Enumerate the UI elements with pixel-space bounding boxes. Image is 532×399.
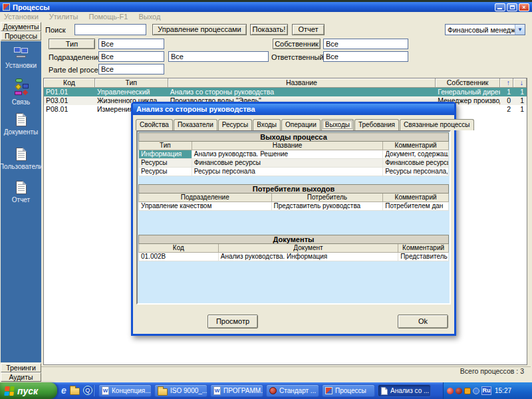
language-indicator[interactable]: Ru	[481, 386, 491, 395]
dialog-content-panel: Выходы процесса Тип Название Комментарий…	[136, 130, 451, 305]
dialog-title: Анализ со стороны руководства	[136, 105, 255, 113]
window-titlebar: Процессы ×	[0, 2, 532, 12]
system-tray: Ru 15:27	[443, 382, 532, 399]
task-button-programm[interactable]: W ПРОГРАММ...	[210, 384, 263, 397]
sort-up-icon[interactable]: ↑	[500, 78, 513, 88]
search-label: Поиск	[45, 26, 65, 34]
report-button[interactable]: Отчет	[292, 24, 325, 35]
sort-down-icon[interactable]: ↓	[513, 78, 527, 88]
start-button[interactable]: пуск	[0, 382, 57, 399]
sidebar-item-label: Установки	[5, 62, 37, 69]
windows-logo-icon	[4, 386, 14, 396]
sidebar-item-report[interactable]: Отчет	[1, 181, 41, 203]
desktop-screen: Процессы × УстановкиУтилитыПомощь-F1Выхо…	[0, 0, 532, 399]
sidebar-tab-trainings[interactable]: Тренинги	[1, 363, 41, 372]
sidebar-tab-documents[interactable]: Документы	[1, 22, 41, 31]
word-doc-icon: W	[102, 386, 109, 395]
dialog-tab[interactable]: Операции	[281, 119, 321, 130]
type-filter-button[interactable]: Тип	[49, 39, 95, 49]
list-item[interactable]: Ресурсы Ресурсы персонала Ресурсы персон…	[138, 168, 449, 176]
task-button-processy[interactable]: Процессы	[322, 384, 375, 397]
menu-item[interactable]: Выход	[138, 13, 160, 21]
dialog-tab[interactable]: Выходы	[321, 119, 354, 130]
outputs-section-header: Выходы процесса	[138, 132, 449, 142]
sidebar-item-users[interactable]: Пользователи	[1, 148, 41, 170]
dialog-titlebar: Анализ со стороны руководства	[133, 104, 454, 115]
list-item[interactable]: Информация Анализ руководства. Решение Д…	[138, 150, 449, 159]
internet-explorer-icon[interactable]: e	[61, 385, 66, 396]
start-button-label: пуск	[17, 386, 38, 396]
taskbar-separator	[93, 385, 94, 396]
dialog-tab[interactable]: Свойства	[136, 119, 173, 130]
type-filter-input[interactable]	[98, 39, 164, 49]
standard-app-icon	[269, 387, 277, 394]
window-title: Процессы	[13, 3, 50, 11]
folder-icon[interactable]	[70, 388, 80, 395]
documents-section-header: Документы	[138, 235, 449, 244]
col-header-code[interactable]: Код	[44, 78, 95, 88]
menu-item[interactable]: Утилиты	[49, 13, 78, 21]
task-button-standart[interactable]: Стандарт ...	[266, 384, 319, 397]
list-item[interactable]: Ресурсы Финансовые ресурсы Финансовые ре…	[138, 159, 449, 168]
sidebar-item-documents[interactable]: Документы	[1, 113, 41, 136]
department-label: Подразделение	[49, 53, 102, 61]
dialog-tab[interactable]: Ресурсы	[218, 119, 252, 130]
tray-red-icon[interactable]	[447, 388, 454, 394]
table-row[interactable]: P01.01 Управленческий Анализ со стороны …	[44, 88, 527, 96]
consumers-section-header: Потребители выходов	[138, 184, 449, 194]
parte-del-processo-input[interactable]	[98, 64, 164, 74]
chevron-down-icon[interactable]: ▼	[515, 25, 525, 35]
role-select[interactable]: Финансовый менеджер ▼	[445, 24, 525, 35]
consumers-columns: Подразделение Потребитель Комментарий	[138, 194, 449, 202]
outputs-col-comment: Комментарий	[383, 142, 449, 150]
sidebar-tab-processes[interactable]: Процессы	[1, 31, 41, 41]
restore-button[interactable]	[507, 3, 517, 11]
dialog-tab[interactable]: Связанные процессы	[400, 119, 473, 130]
list-item[interactable]: Управление качеством Представитель руков…	[138, 202, 449, 211]
role-select-value: Финансовый менеджер	[446, 26, 515, 34]
owner-filter-input[interactable]	[323, 39, 408, 49]
outputs-rows: Информация Анализ руководства. Решение Д…	[138, 150, 449, 176]
menu-item[interactable]: Установки	[4, 13, 39, 21]
taskbar: пуск e Q W Концепция... ISO 9000_... W П…	[0, 382, 532, 399]
sidebar-item-settings[interactable]: Установки	[1, 47, 41, 69]
col-header-owner[interactable]: Собственник	[436, 78, 500, 88]
col-header-type[interactable]: Тип	[95, 78, 168, 88]
dialog-tab[interactable]: Показатели	[174, 119, 217, 130]
tray-clock-icon[interactable]	[464, 388, 471, 394]
department-input[interactable]	[98, 51, 164, 62]
close-button[interactable]: ×	[519, 3, 529, 11]
documents-col-document: Документ	[219, 244, 398, 253]
computers-icon	[13, 47, 30, 60]
q-app-icon[interactable]: Q	[83, 386, 92, 395]
search-input[interactable]	[74, 24, 146, 35]
task-button-iso9000[interactable]: ISO 9000_...	[154, 384, 207, 397]
documents-col-comment: Комментарий	[398, 244, 449, 253]
tray-accessibility-icon[interactable]	[473, 388, 479, 394]
process-table-header: Код Тип Название Собственник ↑ ↓	[44, 78, 527, 88]
minimize-button[interactable]	[495, 3, 505, 11]
outputs-col-type: Тип	[139, 142, 192, 150]
document-icon	[16, 148, 27, 161]
task-button-analiz[interactable]: Анализ со ...	[378, 384, 431, 397]
task-button-koncepcia[interactable]: W Концепция...	[98, 384, 152, 397]
manage-processes-button[interactable]: Управление процессами	[152, 24, 247, 35]
responsible-input[interactable]	[323, 51, 408, 62]
col-header-name[interactable]: Название	[168, 78, 436, 88]
sidebar-item-link[interactable]: Связь	[1, 78, 41, 106]
sidebar-tab-audits[interactable]: Аудиты	[1, 372, 41, 382]
show-button[interactable]: Показать!	[250, 24, 288, 35]
dialog-tab[interactable]: Входы	[253, 119, 281, 130]
ok-button[interactable]: Ok	[398, 315, 448, 329]
preview-button[interactable]: Просмотр	[207, 315, 258, 329]
sidebar-item-label: Документы	[4, 128, 39, 136]
owner-filter-button[interactable]: Собственник	[273, 39, 321, 49]
quick-launch: e Q	[61, 385, 92, 396]
department-input-2[interactable]	[168, 51, 269, 62]
tray-dark-red-icon[interactable]	[456, 388, 462, 394]
consumers-col-department: Подразделение	[139, 194, 272, 202]
menu-item[interactable]: Помощь-F1	[88, 13, 128, 21]
dialog-tab[interactable]: Требования	[354, 119, 399, 130]
list-item[interactable]: 01.002В Анализ руководства. Информация П…	[138, 253, 449, 261]
sidebar: Установки Связь Документы Пользователи О…	[1, 41, 41, 362]
